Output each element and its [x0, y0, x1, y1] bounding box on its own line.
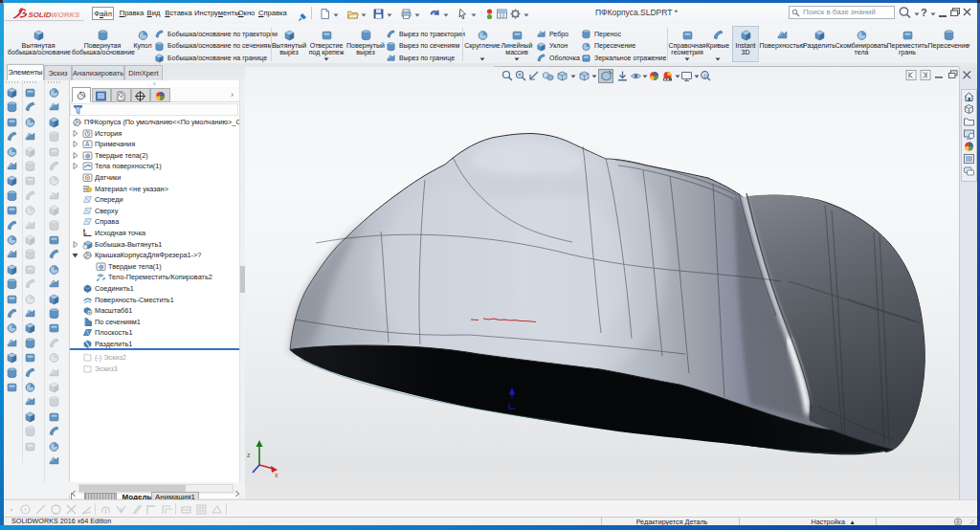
svg-text:z: z — [247, 452, 251, 458]
svg-text:@: @ — [703, 73, 709, 78]
svg-text:SOLIDWORKS: SOLIDWORKS — [29, 11, 81, 19]
svg-text:A: A — [85, 141, 90, 147]
svg-text:x: x — [275, 472, 278, 478]
